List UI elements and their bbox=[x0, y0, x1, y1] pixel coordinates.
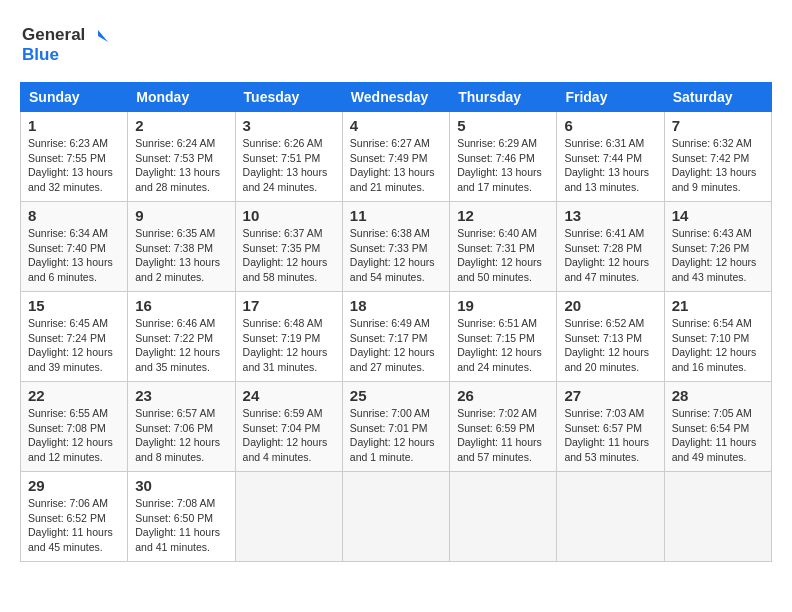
calendar-cell: 10Sunrise: 6:37 AM Sunset: 7:35 PM Dayli… bbox=[235, 202, 342, 292]
day-number: 16 bbox=[135, 297, 227, 314]
day-number: 23 bbox=[135, 387, 227, 404]
day-info: Sunrise: 6:31 AM Sunset: 7:44 PM Dayligh… bbox=[564, 136, 656, 195]
calendar-cell: 16Sunrise: 6:46 AM Sunset: 7:22 PM Dayli… bbox=[128, 292, 235, 382]
day-number: 29 bbox=[28, 477, 120, 494]
day-info: Sunrise: 6:26 AM Sunset: 7:51 PM Dayligh… bbox=[243, 136, 335, 195]
calendar-cell bbox=[557, 472, 664, 562]
day-number: 13 bbox=[564, 207, 656, 224]
column-header-thursday: Thursday bbox=[450, 83, 557, 112]
day-info: Sunrise: 6:49 AM Sunset: 7:17 PM Dayligh… bbox=[350, 316, 442, 375]
calendar-cell: 2Sunrise: 6:24 AM Sunset: 7:53 PM Daylig… bbox=[128, 112, 235, 202]
day-number: 21 bbox=[672, 297, 764, 314]
day-number: 25 bbox=[350, 387, 442, 404]
calendar-cell: 5Sunrise: 6:29 AM Sunset: 7:46 PM Daylig… bbox=[450, 112, 557, 202]
calendar-cell: 24Sunrise: 6:59 AM Sunset: 7:04 PM Dayli… bbox=[235, 382, 342, 472]
day-info: Sunrise: 6:43 AM Sunset: 7:26 PM Dayligh… bbox=[672, 226, 764, 285]
day-info: Sunrise: 6:37 AM Sunset: 7:35 PM Dayligh… bbox=[243, 226, 335, 285]
day-info: Sunrise: 6:48 AM Sunset: 7:19 PM Dayligh… bbox=[243, 316, 335, 375]
calendar-cell: 25Sunrise: 7:00 AM Sunset: 7:01 PM Dayli… bbox=[342, 382, 449, 472]
calendar-cell: 28Sunrise: 7:05 AM Sunset: 6:54 PM Dayli… bbox=[664, 382, 771, 472]
calendar-week-2: 8Sunrise: 6:34 AM Sunset: 7:40 PM Daylig… bbox=[21, 202, 772, 292]
day-number: 3 bbox=[243, 117, 335, 134]
day-info: Sunrise: 6:32 AM Sunset: 7:42 PM Dayligh… bbox=[672, 136, 764, 195]
column-header-friday: Friday bbox=[557, 83, 664, 112]
calendar-cell: 9Sunrise: 6:35 AM Sunset: 7:38 PM Daylig… bbox=[128, 202, 235, 292]
calendar-cell: 22Sunrise: 6:55 AM Sunset: 7:08 PM Dayli… bbox=[21, 382, 128, 472]
day-info: Sunrise: 7:00 AM Sunset: 7:01 PM Dayligh… bbox=[350, 406, 442, 465]
calendar-cell: 15Sunrise: 6:45 AM Sunset: 7:24 PM Dayli… bbox=[21, 292, 128, 382]
calendar-cell: 1Sunrise: 6:23 AM Sunset: 7:55 PM Daylig… bbox=[21, 112, 128, 202]
day-number: 20 bbox=[564, 297, 656, 314]
svg-text:Blue: Blue bbox=[22, 45, 59, 64]
calendar-cell: 14Sunrise: 6:43 AM Sunset: 7:26 PM Dayli… bbox=[664, 202, 771, 292]
day-info: Sunrise: 6:54 AM Sunset: 7:10 PM Dayligh… bbox=[672, 316, 764, 375]
calendar-cell: 6Sunrise: 6:31 AM Sunset: 7:44 PM Daylig… bbox=[557, 112, 664, 202]
day-number: 2 bbox=[135, 117, 227, 134]
day-number: 4 bbox=[350, 117, 442, 134]
calendar-header-row: SundayMondayTuesdayWednesdayThursdayFrid… bbox=[21, 83, 772, 112]
day-number: 27 bbox=[564, 387, 656, 404]
day-number: 17 bbox=[243, 297, 335, 314]
day-info: Sunrise: 6:46 AM Sunset: 7:22 PM Dayligh… bbox=[135, 316, 227, 375]
day-number: 24 bbox=[243, 387, 335, 404]
day-number: 14 bbox=[672, 207, 764, 224]
calendar-cell: 29Sunrise: 7:06 AM Sunset: 6:52 PM Dayli… bbox=[21, 472, 128, 562]
day-number: 8 bbox=[28, 207, 120, 224]
day-number: 7 bbox=[672, 117, 764, 134]
calendar-cell: 18Sunrise: 6:49 AM Sunset: 7:17 PM Dayli… bbox=[342, 292, 449, 382]
logo: GeneralBlue bbox=[20, 20, 110, 66]
day-info: Sunrise: 6:34 AM Sunset: 7:40 PM Dayligh… bbox=[28, 226, 120, 285]
column-header-tuesday: Tuesday bbox=[235, 83, 342, 112]
day-info: Sunrise: 7:03 AM Sunset: 6:57 PM Dayligh… bbox=[564, 406, 656, 465]
calendar-cell: 4Sunrise: 6:27 AM Sunset: 7:49 PM Daylig… bbox=[342, 112, 449, 202]
day-info: Sunrise: 7:08 AM Sunset: 6:50 PM Dayligh… bbox=[135, 496, 227, 555]
day-number: 15 bbox=[28, 297, 120, 314]
day-number: 5 bbox=[457, 117, 549, 134]
day-info: Sunrise: 6:41 AM Sunset: 7:28 PM Dayligh… bbox=[564, 226, 656, 285]
calendar-cell: 19Sunrise: 6:51 AM Sunset: 7:15 PM Dayli… bbox=[450, 292, 557, 382]
day-number: 6 bbox=[564, 117, 656, 134]
calendar-cell bbox=[235, 472, 342, 562]
logo-svg: GeneralBlue bbox=[20, 20, 110, 66]
day-info: Sunrise: 6:55 AM Sunset: 7:08 PM Dayligh… bbox=[28, 406, 120, 465]
day-info: Sunrise: 7:02 AM Sunset: 6:59 PM Dayligh… bbox=[457, 406, 549, 465]
column-header-saturday: Saturday bbox=[664, 83, 771, 112]
day-number: 30 bbox=[135, 477, 227, 494]
svg-text:General: General bbox=[22, 25, 85, 44]
day-info: Sunrise: 6:51 AM Sunset: 7:15 PM Dayligh… bbox=[457, 316, 549, 375]
day-number: 1 bbox=[28, 117, 120, 134]
day-info: Sunrise: 6:27 AM Sunset: 7:49 PM Dayligh… bbox=[350, 136, 442, 195]
calendar-cell bbox=[342, 472, 449, 562]
calendar-cell: 21Sunrise: 6:54 AM Sunset: 7:10 PM Dayli… bbox=[664, 292, 771, 382]
day-info: Sunrise: 7:06 AM Sunset: 6:52 PM Dayligh… bbox=[28, 496, 120, 555]
day-info: Sunrise: 6:52 AM Sunset: 7:13 PM Dayligh… bbox=[564, 316, 656, 375]
calendar-cell: 23Sunrise: 6:57 AM Sunset: 7:06 PM Dayli… bbox=[128, 382, 235, 472]
day-number: 11 bbox=[350, 207, 442, 224]
column-header-monday: Monday bbox=[128, 83, 235, 112]
calendar-week-1: 1Sunrise: 6:23 AM Sunset: 7:55 PM Daylig… bbox=[21, 112, 772, 202]
day-info: Sunrise: 7:05 AM Sunset: 6:54 PM Dayligh… bbox=[672, 406, 764, 465]
calendar-table: SundayMondayTuesdayWednesdayThursdayFrid… bbox=[20, 82, 772, 562]
column-header-wednesday: Wednesday bbox=[342, 83, 449, 112]
calendar-cell bbox=[664, 472, 771, 562]
day-info: Sunrise: 6:29 AM Sunset: 7:46 PM Dayligh… bbox=[457, 136, 549, 195]
day-info: Sunrise: 6:38 AM Sunset: 7:33 PM Dayligh… bbox=[350, 226, 442, 285]
calendar-week-5: 29Sunrise: 7:06 AM Sunset: 6:52 PM Dayli… bbox=[21, 472, 772, 562]
calendar-cell: 20Sunrise: 6:52 AM Sunset: 7:13 PM Dayli… bbox=[557, 292, 664, 382]
calendar-cell: 26Sunrise: 7:02 AM Sunset: 6:59 PM Dayli… bbox=[450, 382, 557, 472]
day-number: 19 bbox=[457, 297, 549, 314]
day-info: Sunrise: 6:57 AM Sunset: 7:06 PM Dayligh… bbox=[135, 406, 227, 465]
calendar-cell: 30Sunrise: 7:08 AM Sunset: 6:50 PM Dayli… bbox=[128, 472, 235, 562]
day-number: 12 bbox=[457, 207, 549, 224]
day-number: 10 bbox=[243, 207, 335, 224]
calendar-cell: 17Sunrise: 6:48 AM Sunset: 7:19 PM Dayli… bbox=[235, 292, 342, 382]
page-header: GeneralBlue bbox=[20, 20, 772, 66]
calendar-cell: 27Sunrise: 7:03 AM Sunset: 6:57 PM Dayli… bbox=[557, 382, 664, 472]
day-number: 22 bbox=[28, 387, 120, 404]
calendar-cell bbox=[450, 472, 557, 562]
calendar-cell: 11Sunrise: 6:38 AM Sunset: 7:33 PM Dayli… bbox=[342, 202, 449, 292]
svg-marker-2 bbox=[98, 30, 108, 42]
calendar-cell: 3Sunrise: 6:26 AM Sunset: 7:51 PM Daylig… bbox=[235, 112, 342, 202]
day-info: Sunrise: 6:45 AM Sunset: 7:24 PM Dayligh… bbox=[28, 316, 120, 375]
day-info: Sunrise: 6:23 AM Sunset: 7:55 PM Dayligh… bbox=[28, 136, 120, 195]
